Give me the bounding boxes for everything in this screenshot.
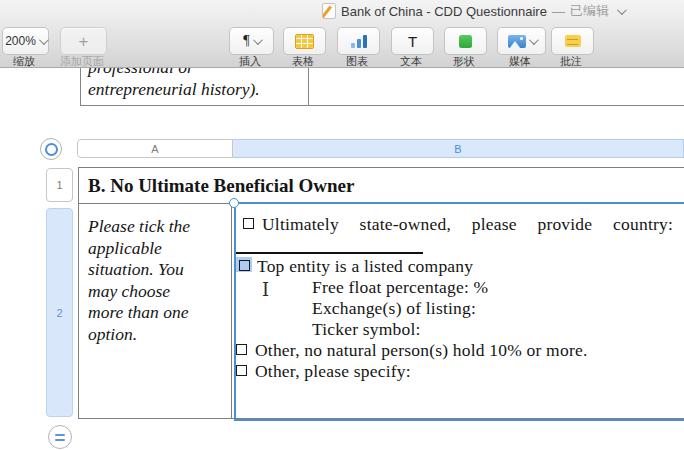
edited-badge[interactable]: 已编辑 (570, 2, 609, 20)
equals-line (55, 434, 65, 436)
chart-label: 图表 (346, 54, 368, 69)
insert-button[interactable]: ¶ (229, 27, 274, 55)
table-top-border (78, 167, 684, 168)
zoom-button[interactable]: 200% (2, 27, 49, 55)
row-header-1[interactable]: 1 (46, 168, 73, 202)
selected-cell-outline[interactable] (234, 202, 684, 421)
column-header-a[interactable]: A (77, 139, 233, 158)
table-select-icon (45, 143, 58, 156)
media-chevron-down-icon (528, 35, 538, 45)
media-photo-icon (508, 35, 526, 48)
row-header-2[interactable]: 2 (46, 208, 73, 417)
equals-line (55, 439, 65, 441)
app-window: professional or entrepreneurial history)… (0, 0, 684, 450)
window-title: Bank of China - CDD Questionnaire (341, 4, 547, 19)
media-button[interactable] (497, 27, 546, 55)
cell-selection-handle[interactable] (229, 198, 239, 208)
shape-button[interactable] (444, 27, 487, 55)
comment-button[interactable] (551, 27, 594, 55)
column-divider (231, 203, 232, 419)
toolbar: Bank of China - CDD Questionnaire — 已编辑 … (0, 0, 684, 68)
text-label: 文本 (400, 54, 422, 69)
plus-icon: + (79, 33, 89, 50)
window-title-area: Bank of China - CDD Questionnaire — 已编辑 (322, 3, 624, 19)
table-select-handle[interactable] (40, 138, 62, 160)
table-left-border (78, 167, 79, 419)
chart-button[interactable] (337, 27, 380, 55)
instruction-cell[interactable]: Please tick the applicable situation. Yo… (88, 216, 230, 345)
zoom-value: 200% (5, 34, 36, 48)
table-button[interactable] (283, 27, 326, 55)
comment-note-icon (565, 35, 581, 47)
title-chevron-down-icon[interactable] (617, 5, 627, 15)
top-table-bottom-border (80, 105, 684, 106)
text-t-icon: T (408, 34, 417, 49)
bar-chart-icon (351, 35, 367, 48)
add-page-label: 添加页面 (60, 54, 104, 69)
zoom-chevron-down-icon (39, 35, 49, 45)
insert-chevron-down-icon (253, 35, 263, 45)
column-header-b[interactable]: B (233, 139, 684, 158)
comment-label: 批注 (560, 54, 582, 69)
pilcrow-icon: ¶ (243, 33, 249, 49)
insert-label: 插入 (239, 54, 261, 69)
zoom-label: 缩放 (13, 54, 35, 69)
add-page-button[interactable]: + (60, 27, 107, 55)
table-label: 表格 (292, 54, 314, 69)
table-icon (295, 34, 314, 49)
shape-square-icon (459, 35, 472, 48)
section-heading-cell[interactable]: B. No Ultimate Beneficial Owner (88, 175, 354, 197)
pages-document-icon (322, 3, 336, 19)
title-separator: — (552, 4, 565, 19)
add-row-handle[interactable] (48, 425, 72, 449)
shape-label: 形状 (453, 54, 475, 69)
media-label: 媒体 (509, 54, 531, 69)
text-cursor-icon: I (262, 281, 269, 299)
text-button[interactable]: T (391, 27, 434, 55)
